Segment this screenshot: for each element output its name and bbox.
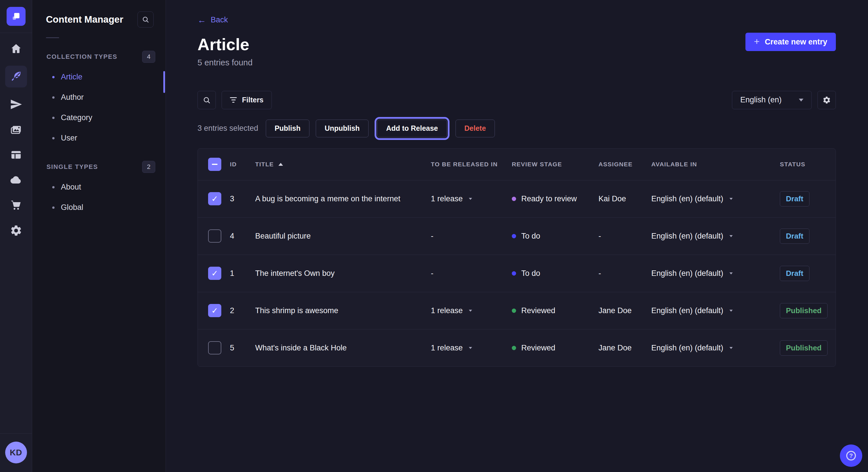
review-stage-dot <box>512 346 516 350</box>
content-type-builder-icon[interactable] <box>5 146 27 163</box>
cell-id: 2 <box>230 306 255 315</box>
column-header-assignee[interactable]: ASSIGNEE <box>598 161 651 168</box>
locale-select[interactable]: English (en) <box>732 91 812 109</box>
search-icon <box>203 96 211 104</box>
cell-id: 1 <box>230 269 255 278</box>
column-header-id[interactable]: ID <box>230 161 255 168</box>
cell-title: Beautiful picture <box>255 232 431 241</box>
table-row[interactable]: 2 This shrimp is awesome 1 release Revie… <box>198 292 836 329</box>
locale-selected-value: English (en) <box>740 96 782 104</box>
bullet-icon <box>52 186 55 189</box>
column-header-title[interactable]: TITLE <box>255 161 431 168</box>
add-to-release-button[interactable]: Add to Release <box>377 120 447 137</box>
cloud-icon[interactable] <box>5 172 27 189</box>
row-checkbox[interactable] <box>208 229 221 243</box>
collection-types-section: COLLECTION TYPES 4 Article Author Catego… <box>32 51 166 148</box>
content-manager-icon[interactable] <box>5 66 27 88</box>
table-row[interactable]: 5 What's inside a Black Hole 1 release R… <box>198 329 836 367</box>
cell-status: Published <box>780 340 836 356</box>
table-row[interactable]: 3 A bug is becoming a meme on the intern… <box>198 180 836 217</box>
subnav-title: Content Manager <box>46 14 123 25</box>
cell-locale-dropdown[interactable]: English (en) (default) <box>651 269 780 278</box>
table-row[interactable]: 4 Beautiful picture - To do - English (e… <box>198 217 836 255</box>
cell-title: This shrimp is awesome <box>255 306 431 315</box>
sidebar-item-about[interactable]: About <box>32 177 166 197</box>
sidebar-item-label: Category <box>61 113 92 122</box>
scrollbar-thumb[interactable] <box>163 71 165 93</box>
column-header-available-in[interactable]: AVAILABLE IN <box>651 161 780 168</box>
back-label: Back <box>211 15 228 24</box>
delete-button[interactable]: Delete <box>456 120 495 137</box>
row-checkbox[interactable] <box>208 267 221 280</box>
column-header-released-in[interactable]: TO BE RELEASED IN <box>431 161 512 168</box>
row-checkbox[interactable] <box>208 304 221 317</box>
cell-locale-dropdown[interactable]: English (en) (default) <box>651 343 780 352</box>
cell-locale-dropdown[interactable]: English (en) (default) <box>651 232 780 241</box>
help-button[interactable] <box>840 444 862 467</box>
marketplace-cart-icon[interactable] <box>5 197 27 214</box>
cell-locale-dropdown[interactable]: English (en) (default) <box>651 194 780 203</box>
search-icon <box>142 15 150 24</box>
cell-release-dropdown[interactable]: 1 release <box>431 194 512 203</box>
create-new-entry-button[interactable]: + Create new entry <box>745 33 836 51</box>
cell-id: 5 <box>230 343 255 352</box>
chevron-down-icon <box>469 347 472 349</box>
select-all-checkbox[interactable] <box>208 158 221 171</box>
review-stage-dot <box>512 308 516 313</box>
cell-assignee: Jane Doe <box>598 343 651 352</box>
column-header-review-stage[interactable]: REVIEW STAGE <box>512 161 598 168</box>
view-settings-button[interactable] <box>817 91 836 109</box>
bullet-icon <box>52 96 55 99</box>
releases-icon[interactable] <box>5 96 27 113</box>
row-checkbox[interactable] <box>208 341 221 355</box>
search-button[interactable] <box>197 91 216 109</box>
subnav-search-button[interactable] <box>137 11 154 28</box>
publish-button[interactable]: Publish <box>266 120 309 137</box>
cell-locale-dropdown[interactable]: English (en) (default) <box>651 306 780 315</box>
entries-table: ID TITLE TO BE RELEASED IN REVIEW STAGE … <box>197 148 836 367</box>
divider <box>46 37 59 38</box>
back-link[interactable]: ← Back <box>197 15 836 24</box>
media-library-icon[interactable] <box>5 121 27 138</box>
divider <box>0 33 32 33</box>
plus-icon: + <box>754 36 760 47</box>
strapi-logo[interactable] <box>7 7 26 26</box>
column-header-status[interactable]: STATUS <box>780 161 836 168</box>
cell-release-dropdown[interactable]: - <box>431 269 512 278</box>
cell-release-dropdown[interactable]: 1 release <box>431 343 512 352</box>
gear-icon <box>823 96 831 104</box>
avatar[interactable]: KD <box>5 442 27 463</box>
sidebar-item-article[interactable]: Article <box>32 67 166 87</box>
chevron-down-icon <box>799 99 803 102</box>
cell-release-dropdown[interactable]: 1 release <box>431 306 512 315</box>
unpublish-button[interactable]: Unpublish <box>316 120 369 137</box>
cell-review-stage: Reviewed <box>512 306 598 315</box>
cell-assignee: - <box>598 232 651 241</box>
cell-status: Draft <box>780 266 836 281</box>
cell-assignee: Kai Doe <box>598 194 651 203</box>
sidebar-item-category[interactable]: Category <box>32 107 166 128</box>
filters-button[interactable]: Filters <box>222 91 272 109</box>
review-stage-dot <box>512 234 516 238</box>
sidebar-item-global[interactable]: Global <box>32 197 166 217</box>
page-title: Article <box>197 36 836 53</box>
main-content: ← Back Article 5 entries found + Create … <box>166 0 868 472</box>
table-row[interactable]: 1 The internet's Own boy - To do - Engli… <box>198 255 836 292</box>
section-count-badge: 2 <box>142 161 155 173</box>
chevron-down-icon <box>730 310 733 312</box>
settings-gear-icon[interactable] <box>5 222 27 239</box>
sidebar-item-user[interactable]: User <box>32 128 166 148</box>
home-icon[interactable] <box>5 40 27 57</box>
sort-ascending-icon <box>278 163 283 166</box>
cell-status: Draft <box>780 191 836 206</box>
chevron-down-icon <box>469 198 472 200</box>
nav-rail: KD <box>0 0 32 472</box>
status-badge: Draft <box>780 191 809 206</box>
bullet-icon <box>52 117 55 119</box>
cell-release-dropdown[interactable]: - <box>431 232 512 241</box>
bullet-icon <box>52 206 55 209</box>
sidebar-item-label: User <box>61 134 77 142</box>
row-checkbox[interactable] <box>208 192 221 205</box>
sidebar-item-author[interactable]: Author <box>32 87 166 107</box>
selected-count-text: 3 entries selected <box>197 124 258 133</box>
